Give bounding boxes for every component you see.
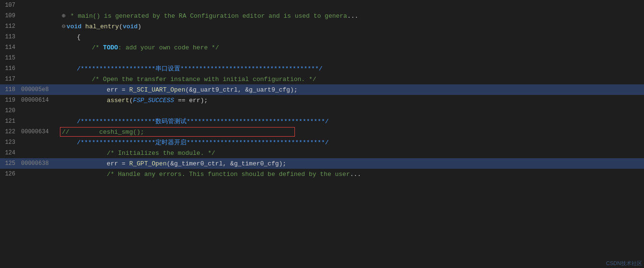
code-line: 119 00000614 assert(FSP_SUCCESS == err); [0, 95, 644, 105]
code-line: 120 [0, 105, 644, 116]
line-content: /********************定时器开启**************… [60, 138, 644, 147]
line-content: err = R_GPT_Open(&g_timer0_ctrl, &g_time… [60, 160, 644, 167]
watermark: CSDN技术社区 [606, 260, 642, 267]
line-number: 107 [0, 2, 19, 9]
code-line: 124 /* Initializes the module. */ [0, 148, 644, 158]
expand-icon[interactable]: ⊕ [62, 12, 66, 20]
code-line: 123 /********************定时器开启**********… [0, 137, 644, 148]
line-number: 114 [0, 44, 19, 51]
line-address: 00000634 [19, 128, 60, 135]
line-content: /* Handle any errors. This function shou… [60, 171, 644, 178]
line-number: 125 [0, 160, 19, 167]
line-number: 122 [0, 128, 19, 135]
line-address: 000005e8 [19, 86, 60, 93]
line-number: 109 [0, 12, 19, 19]
line-address: 00000614 [19, 97, 60, 104]
code-line-122: 122 00000634 // ceshi_smg(); [0, 127, 644, 137]
line-number: 117 [0, 76, 19, 82]
line-content: assert(FSP_SUCCESS == err); [60, 97, 644, 104]
code-line: 121 /********************数码管测试**********… [0, 116, 644, 127]
line-content: ⊖void hal_entry(void) [60, 23, 644, 30]
collapse-icon[interactable]: ⊖ [62, 23, 66, 30]
line-content: ⊕ * main() is generated by the RA Config… [60, 12, 644, 20]
line-content: { [60, 34, 644, 41]
line-number: 124 [0, 150, 19, 156]
line-number: 116 [0, 65, 19, 72]
code-line: 109 ⊕ * main() is generated by the RA Co… [0, 11, 644, 21]
line-address: 00000638 [19, 160, 60, 167]
line-content: /********************数码管测试**************… [60, 117, 644, 126]
line-number: 118 [0, 86, 19, 93]
line-number: 113 [0, 34, 19, 40]
code-line: 126 /* Handle any errors. This function … [0, 169, 644, 179]
line-content: /* Initializes the module. */ [60, 150, 644, 157]
line-number: 112 [0, 23, 19, 30]
line-content: /* Open the transfer instance with initi… [60, 76, 644, 83]
line-number: 126 [0, 171, 19, 177]
line-content: /* TODO: add your own code here */ [60, 44, 644, 51]
code-editor: 107 109 ⊕ * main() is generated by the R… [0, 0, 644, 268]
code-line: 112 ⊖void hal_entry(void) [0, 21, 644, 32]
code-line: 115 [0, 53, 644, 63]
line-number: 115 [0, 55, 19, 61]
code-line: 113 { [0, 32, 644, 42]
line-content: /********************串口设置***************… [60, 64, 644, 73]
line-number: 119 [0, 97, 19, 104]
line-content: err = R_SCI_UART_Open(&g_uart9_ctrl, &g_… [60, 86, 644, 93]
code-line: 107 [0, 0, 644, 11]
code-line: 116 /********************串口设置***********… [0, 63, 644, 74]
code-line: 117 /* Open the transfer instance with i… [0, 74, 644, 84]
code-line: 118 000005e8 err = R_SCI_UART_Open(&g_ua… [0, 84, 644, 95]
line-number: 121 [0, 118, 19, 125]
line-number: 120 [0, 107, 19, 114]
line-number: 123 [0, 139, 19, 146]
code-line: 114 /* TODO: add your own code here */ [0, 42, 644, 53]
line-content: // ceshi_smg(); [60, 128, 644, 136]
code-line: 125 00000638 err = R_GPT_Open(&g_timer0_… [0, 158, 644, 169]
